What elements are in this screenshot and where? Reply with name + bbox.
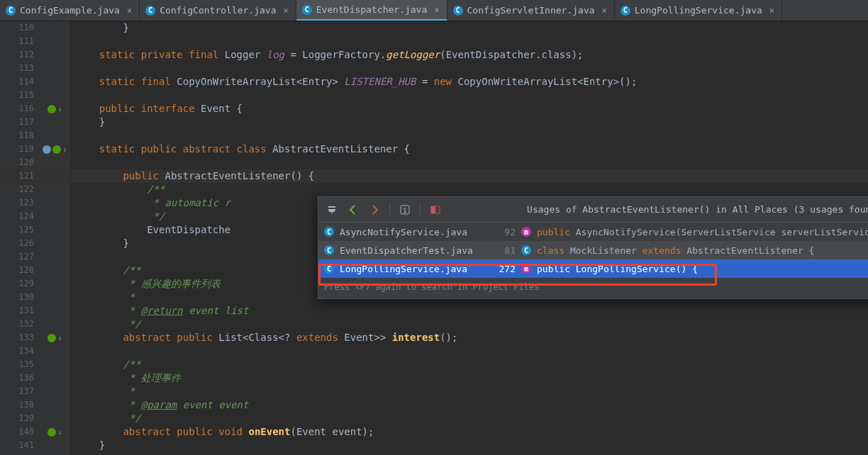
- usage-file: EventDispatcherTest.java: [340, 244, 489, 257]
- javadoc: *: [75, 398, 141, 412]
- filter-icon[interactable]: [428, 202, 443, 218]
- usage-row[interactable]: C AsyncNotifyService.java 92 m public As…: [318, 223, 868, 241]
- line-number: 138: [0, 398, 40, 412]
- code-text: (EventDispatcher.class);: [440, 48, 583, 62]
- code-text: [75, 75, 99, 89]
- line-number: 140: [0, 425, 40, 439]
- kw: static public abstract class: [99, 142, 272, 156]
- marker-cell: [40, 291, 70, 304]
- code-text: EventDispatche: [147, 223, 230, 237]
- line-number: 122: [0, 183, 40, 196]
- code-area[interactable]: } static private final Logger log = Logg…: [71, 21, 868, 455]
- next-occurrence-icon[interactable]: [367, 202, 382, 218]
- info-icon[interactable]: i: [397, 202, 413, 218]
- prev-occurrence-icon[interactable]: [345, 202, 361, 218]
- method-icon: m: [521, 264, 531, 274]
- marker-gutter: ↓↓↓↓: [40, 21, 71, 455]
- code-text: [75, 142, 99, 156]
- line-number: 110: [0, 21, 40, 35]
- java-class-icon: C: [145, 6, 155, 16]
- marker-cell: [40, 385, 70, 398]
- svg-text:i: i: [403, 206, 407, 214]
- java-class-icon: C: [324, 245, 334, 255]
- arrow-down-icon: ↓: [62, 142, 67, 156]
- code-text: =: [416, 75, 433, 89]
- marker-cell: [40, 344, 70, 358]
- code-text: }: [75, 116, 105, 129]
- popup-hint: Press ⌥F7 again to search in Project Fil…: [318, 278, 868, 298]
- separator: [389, 203, 390, 216]
- type: CopyOnWriteArrayList<Entry>: [177, 75, 344, 89]
- marker-cell: ↓: [40, 102, 70, 116]
- javadoc: /**: [75, 358, 141, 371]
- close-icon[interactable]: ×: [769, 6, 774, 16]
- tab-config-example[interactable]: C ConfigExample.java ×: [0, 0, 140, 21]
- line-number: 135: [0, 358, 40, 371]
- line-number: 125: [0, 223, 40, 237]
- kw: public: [123, 169, 165, 183]
- code-text: () {: [290, 169, 314, 183]
- usage-row[interactable]: C EventDispatcherTest.java 81 C class Mo…: [318, 241, 868, 259]
- java-class-icon: C: [302, 5, 312, 15]
- has-implementations-icon[interactable]: [43, 145, 51, 154]
- close-icon[interactable]: ×: [127, 6, 132, 16]
- javadoc-tag: @return: [141, 304, 183, 318]
- close-icon[interactable]: ×: [284, 6, 289, 16]
- marker-cell: [40, 35, 70, 48]
- tab-label: ConfigServletInner.java: [467, 5, 595, 16]
- code-text: }: [75, 21, 129, 35]
- javadoc: /**: [75, 183, 165, 196]
- popup-toolbar: i Usages of AbstractEventListener() in A…: [318, 197, 868, 223]
- line-number: 111: [0, 35, 40, 48]
- code-text: }: [75, 439, 105, 452]
- implemented-icon[interactable]: [48, 428, 56, 437]
- line-number: 117: [0, 116, 40, 129]
- line-number: 119: [0, 142, 40, 156]
- line-number: 115: [0, 89, 40, 102]
- usage-line: 81: [494, 244, 516, 257]
- code-text: CopyOnWriteArrayList<Entry>();: [457, 75, 637, 89]
- line-number: 129: [0, 277, 40, 291]
- arrow-down-icon: ↓: [57, 102, 62, 116]
- type: List<Class<?: [218, 331, 296, 344]
- kw: public interface: [99, 102, 201, 116]
- marker-cell: [40, 196, 70, 210]
- usage-row[interactable]: C LongPollingService.java 272 m public L…: [318, 259, 868, 278]
- javadoc: * 感兴趣的事件列表: [75, 277, 221, 291]
- usages-popup: i Usages of AbstractEventListener() in A…: [318, 196, 868, 299]
- close-icon[interactable]: ×: [602, 6, 607, 16]
- usage-line: 92: [494, 225, 516, 239]
- tab-event-dispatcher[interactable]: C EventDispatcher.java ×: [296, 0, 447, 21]
- tab-config-servlet-inner[interactable]: C ConfigServletInner.java ×: [447, 0, 615, 21]
- implemented-icon[interactable]: [52, 145, 61, 154]
- close-icon[interactable]: ×: [434, 5, 439, 15]
- marker-cell: [40, 277, 70, 291]
- code-text: ();: [440, 331, 457, 344]
- marker-cell: [40, 358, 70, 371]
- marker-cell: [40, 412, 70, 425]
- line-number: 123: [0, 196, 40, 210]
- marker-cell: [40, 89, 70, 102]
- line-number-gutter: 1101111121131141151161171181191201211221…: [0, 21, 40, 455]
- usage-signature: public LongPollingService() {: [537, 262, 698, 276]
- line-number: 131: [0, 304, 40, 318]
- line-number: 116: [0, 102, 40, 116]
- tab-config-controller[interactable]: C ConfigController.java ×: [140, 0, 296, 21]
- implemented-icon[interactable]: [48, 105, 56, 113]
- kw: extends: [296, 331, 344, 344]
- marker-cell: [40, 439, 70, 452]
- marker-cell: [40, 304, 70, 318]
- marker-cell: ↓: [40, 331, 70, 344]
- tab-long-polling-service[interactable]: C LongPollingService.java ×: [615, 0, 782, 21]
- popup-title: Usages of AbstractEventListener() in All…: [527, 203, 868, 216]
- implemented-icon[interactable]: [48, 334, 56, 342]
- line-number: 118: [0, 129, 40, 142]
- javadoc: event event: [177, 398, 248, 412]
- open-find-toolwindow-icon[interactable]: [324, 202, 340, 218]
- marker-cell: ↓: [40, 425, 70, 439]
- javadoc: /**: [75, 264, 141, 277]
- svg-rect-3: [431, 206, 435, 213]
- marker-cell: [40, 116, 70, 129]
- code-text: {: [237, 102, 243, 116]
- javadoc: *: [75, 385, 135, 398]
